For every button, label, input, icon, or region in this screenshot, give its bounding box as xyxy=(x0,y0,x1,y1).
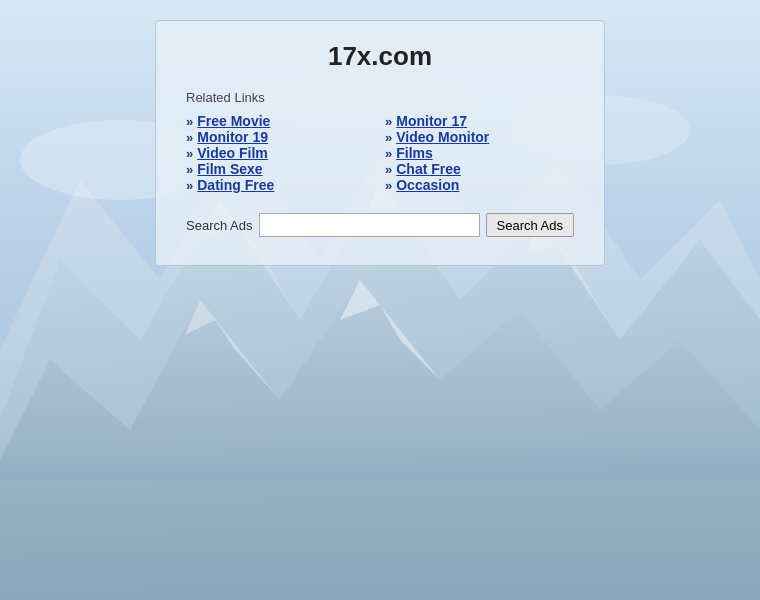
link-films[interactable]: Films xyxy=(396,145,433,161)
list-item: » Film Sexe xyxy=(186,161,375,177)
link-chat-free[interactable]: Chat Free xyxy=(396,161,461,177)
list-item: » Monitor 19 xyxy=(186,129,375,145)
list-item: » Video Film xyxy=(186,145,375,161)
arrow-icon: » xyxy=(385,162,392,177)
link-free-movie[interactable]: Free Movie xyxy=(197,113,270,129)
related-links-label: Related Links xyxy=(186,90,574,105)
search-input[interactable] xyxy=(259,213,480,237)
list-item: » Free Movie xyxy=(186,113,375,129)
links-left-column: » Free Movie » Monitor 19 » Video Film »… xyxy=(186,113,375,193)
list-item: » Films xyxy=(385,145,574,161)
site-title: 17x.com xyxy=(186,41,574,72)
main-card: 17x.com Related Links » Free Movie » Mon… xyxy=(155,20,605,266)
arrow-icon: » xyxy=(186,146,193,161)
arrow-icon: » xyxy=(385,130,392,145)
link-video-monitor[interactable]: Video Monitor xyxy=(396,129,489,145)
search-ads-label: Search Ads xyxy=(186,218,253,233)
search-row: Search Ads Search Ads xyxy=(186,213,574,237)
arrow-icon: » xyxy=(385,114,392,129)
search-ads-button[interactable]: Search Ads xyxy=(486,213,575,237)
link-occasion[interactable]: Occasion xyxy=(396,177,459,193)
arrow-icon: » xyxy=(186,162,193,177)
links-grid: » Free Movie » Monitor 19 » Video Film »… xyxy=(186,113,574,193)
arrow-icon: » xyxy=(186,114,193,129)
list-item: » Monitor 17 xyxy=(385,113,574,129)
arrow-icon: » xyxy=(186,178,193,193)
list-item: » Dating Free xyxy=(186,177,375,193)
list-item: » Occasion xyxy=(385,177,574,193)
link-film-sexe[interactable]: Film Sexe xyxy=(197,161,262,177)
link-video-film[interactable]: Video Film xyxy=(197,145,268,161)
arrow-icon: » xyxy=(385,146,392,161)
links-right-column: » Monitor 17 » Video Monitor » Films » C… xyxy=(385,113,574,193)
list-item: » Video Monitor xyxy=(385,129,574,145)
arrow-icon: » xyxy=(186,130,193,145)
list-item: » Chat Free xyxy=(385,161,574,177)
link-monitor-19[interactable]: Monitor 19 xyxy=(197,129,268,145)
link-monitor-17[interactable]: Monitor 17 xyxy=(396,113,467,129)
link-dating-free[interactable]: Dating Free xyxy=(197,177,274,193)
arrow-icon: » xyxy=(385,178,392,193)
